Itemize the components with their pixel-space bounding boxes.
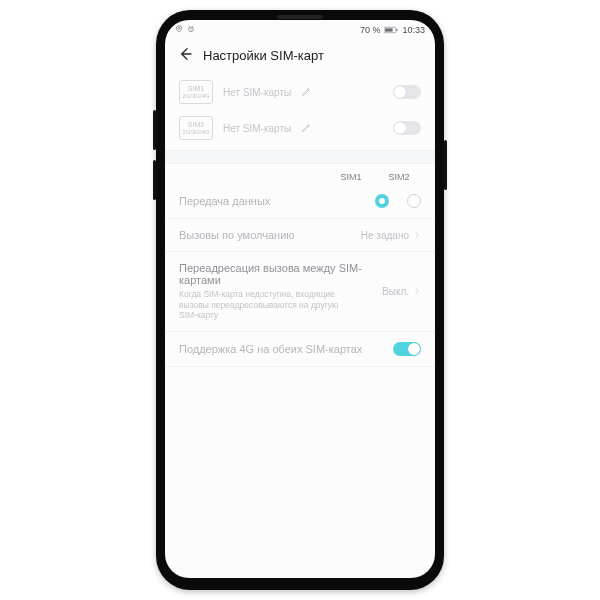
battery-icon [384,26,398,34]
status-bar: 70 % 10:33 [165,20,435,38]
sim-chip-icon: SIM2 2G/3G/4G [179,116,213,140]
page-header: Настройки SIM-карт [165,38,435,74]
volume-up-button [153,110,156,150]
pencil-icon[interactable] [301,86,312,99]
sim-column-headers: SIM1 SIM2 [165,164,435,184]
default-calls-value: Не задано [361,230,409,241]
sim-chip-icon: SIM1 2G/3G/4G [179,80,213,104]
data-transfer-sim1-radio[interactable] [375,194,389,208]
svg-rect-3 [386,28,394,31]
volume-down-button [153,160,156,200]
battery-percent: 70 % [360,25,381,35]
column-sim1: SIM1 [337,172,365,182]
pencil-icon[interactable] [301,122,312,135]
sim2-toggle[interactable] [393,121,421,135]
call-forward-value: Выкл. [382,286,409,297]
svg-point-0 [178,27,180,29]
default-calls-label: Вызовы по умолчанию [179,229,361,241]
phone-frame: 70 % 10:33 Настройки SIM-карт SIM1 2G/3G… [156,10,444,590]
data-transfer-label: Передача данных [179,195,375,207]
data-transfer-sim2-radio[interactable] [407,194,421,208]
back-icon[interactable] [177,46,193,64]
svg-rect-4 [397,29,398,31]
column-sim2: SIM2 [385,172,413,182]
page-title: Настройки SIM-карт [203,48,324,63]
dual-4g-label: Поддержка 4G на обеих SIM-картах [179,343,393,355]
sim-slot-1[interactable]: SIM1 2G/3G/4G Нет SIM-карты [165,74,435,110]
alarm-icon [187,25,195,35]
sim-slot-2[interactable]: SIM2 2G/3G/4G Нет SIM-карты [165,110,435,146]
section-divider [165,150,435,164]
dual-4g-toggle[interactable] [393,342,421,356]
row-default-calls[interactable]: Вызовы по умолчанию Не задано [165,219,435,252]
row-dual-4g[interactable]: Поддержка 4G на обеих SIM-картах [165,332,435,367]
row-call-forwarding[interactable]: Переадресация вызова между SIM-картами К… [165,252,435,332]
call-forward-title: Переадресация вызова между SIM-картами [179,262,382,286]
row-data-transfer[interactable]: Передача данных [165,184,435,219]
sim1-status-label: Нет SIM-карты [223,87,291,98]
screen: 70 % 10:33 Настройки SIM-карт SIM1 2G/3G… [165,20,435,578]
chevron-right-icon [409,285,421,297]
chevron-right-icon [409,229,421,241]
call-forward-desc: Когда SIM-карта недоступна, входящие выз… [179,289,349,321]
status-time: 10:33 [402,25,425,35]
sim2-status-label: Нет SIM-карты [223,123,291,134]
sim1-toggle[interactable] [393,85,421,99]
power-button [444,140,447,190]
location-icon [175,25,183,35]
phone-speaker [277,15,323,19]
